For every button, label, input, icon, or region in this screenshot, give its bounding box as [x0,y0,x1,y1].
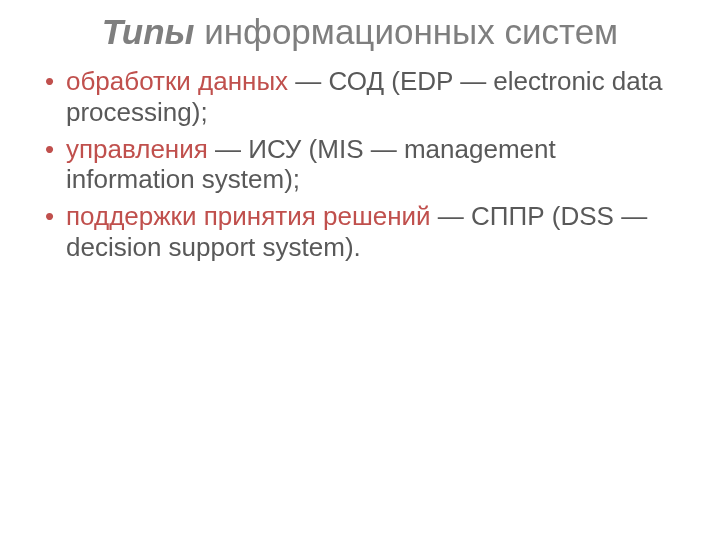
item-emphasis: обработки данных [66,66,288,96]
list-item: управления — ИСУ (MIS — management infor… [42,134,690,195]
title-rest: информационных систем [195,12,619,51]
item-emphasis: поддержки принятия решений [66,201,431,231]
bullet-list: обработки данных — СОД (EDP — electronic… [30,66,690,262]
item-emphasis: управления [66,134,208,164]
slide-title: Типы информационных систем [30,12,690,52]
title-emphasis: Типы [102,12,195,51]
list-item: поддержки принятия решений — СППР (DSS —… [42,201,690,262]
list-item: обработки данных — СОД (EDP — electronic… [42,66,690,127]
slide-container: Типы информационных систем обработки дан… [0,0,720,540]
